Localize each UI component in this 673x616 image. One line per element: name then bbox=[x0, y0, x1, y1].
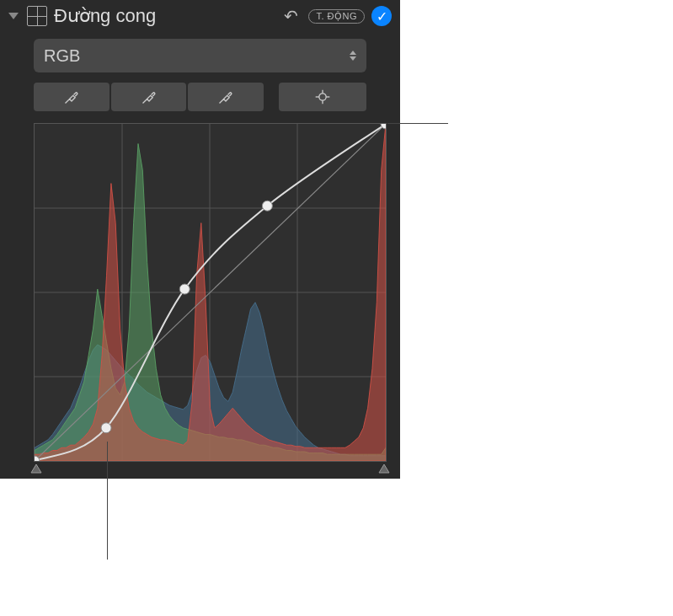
curves-chart[interactable] bbox=[34, 123, 387, 462]
panel-title: Đường cong bbox=[54, 5, 277, 27]
curves-grid-icon bbox=[27, 6, 47, 26]
svg-marker-13 bbox=[379, 464, 389, 473]
panel-header: Đường cong ↶ T. ĐỘNG ✓ bbox=[0, 0, 400, 32]
auto-button[interactable]: T. ĐỘNG bbox=[308, 9, 365, 24]
channel-dropdown[interactable]: RGB bbox=[34, 39, 366, 72]
eyedropper-icon bbox=[141, 88, 158, 105]
undo-icon[interactable]: ↶ bbox=[284, 6, 298, 26]
eyedropper-icon bbox=[217, 88, 234, 105]
svg-point-0 bbox=[319, 94, 326, 100]
white-point-eyedropper-button[interactable] bbox=[188, 83, 264, 111]
channel-dropdown-label: RGB bbox=[44, 46, 80, 66]
collapse-chevron-icon[interactable] bbox=[8, 13, 19, 19]
svg-marker-12 bbox=[31, 464, 41, 473]
gray-point-eyedropper-button[interactable] bbox=[111, 83, 187, 111]
enable-toggle-icon[interactable]: ✓ bbox=[371, 6, 392, 26]
black-point-eyedropper-button[interactable] bbox=[34, 83, 109, 111]
curve-control-point[interactable] bbox=[262, 201, 272, 211]
curves-svg bbox=[35, 124, 386, 461]
black-point-slider[interactable] bbox=[30, 463, 42, 474]
curves-panel: Đường cong ↶ T. ĐỘNG ✓ RGB bbox=[0, 0, 400, 479]
callout-line bbox=[107, 442, 108, 560]
dropdown-arrows-icon bbox=[350, 51, 356, 61]
target-icon bbox=[314, 88, 331, 105]
white-point-slider[interactable] bbox=[378, 463, 390, 474]
add-point-button[interactable] bbox=[279, 83, 366, 111]
eyedropper-icon bbox=[63, 88, 80, 105]
curve-control-point[interactable] bbox=[179, 284, 190, 294]
callout-line bbox=[387, 123, 448, 124]
eyedropper-toolbar bbox=[34, 83, 366, 111]
curve-control-point[interactable] bbox=[101, 423, 111, 433]
controls-area: RGB bbox=[0, 32, 400, 111]
